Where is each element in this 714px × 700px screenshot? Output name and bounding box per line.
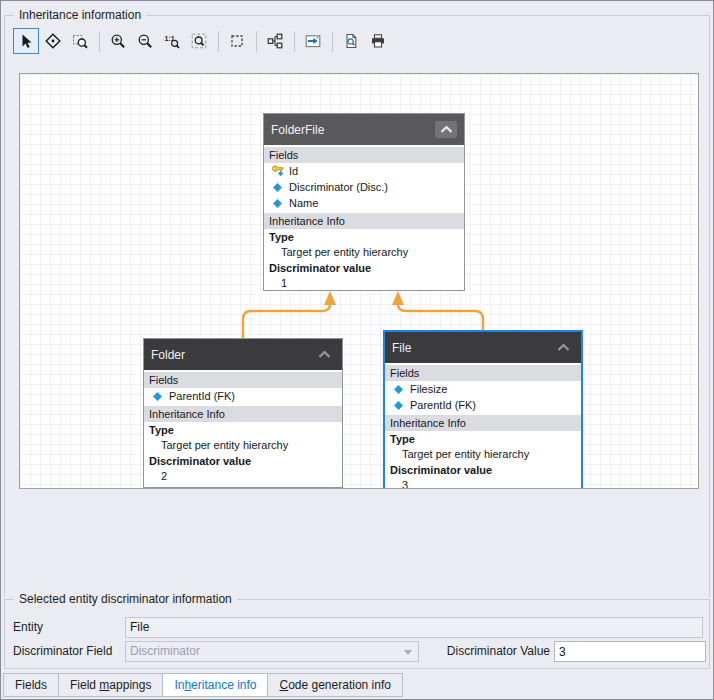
collapse-up-icon[interactable] bbox=[435, 121, 457, 138]
entity-body: Fields Id Discriminator (Disc.) bbox=[264, 145, 464, 291]
zoom-in-icon bbox=[110, 33, 126, 49]
tab-inheritance-info[interactable]: Inheritance info bbox=[162, 673, 268, 697]
type-label: Type bbox=[264, 229, 464, 245]
toolbar-separator bbox=[256, 31, 257, 52]
pan-tool-button[interactable] bbox=[40, 28, 66, 54]
discriminator-value: 2 bbox=[144, 469, 342, 484]
entity-title: FolderFile bbox=[271, 123, 324, 137]
fields-section-header: Fields bbox=[385, 365, 581, 381]
type-value: Target per entity hierarchy bbox=[264, 245, 464, 260]
field-diamond-icon bbox=[271, 183, 284, 192]
type-value: Target per entity hierarchy bbox=[144, 438, 342, 453]
export-image-icon bbox=[305, 33, 321, 49]
toolbar-separator bbox=[99, 31, 100, 52]
field-name: ParentId (FK) bbox=[410, 399, 476, 411]
discriminator-information-group: Selected entity discriminator informatio… bbox=[4, 599, 710, 669]
zoom-to-fit-icon bbox=[191, 33, 207, 49]
type-value: Target per entity hierarchy bbox=[385, 447, 581, 462]
field-name: Filesize bbox=[410, 383, 447, 395]
zoom-actual-size-icon: 1:1 bbox=[164, 33, 180, 49]
field-diamond-icon bbox=[151, 392, 164, 401]
pointer-tool-button[interactable] bbox=[13, 28, 39, 54]
entity-body: Fields ParentId (FK) Inheritance Info Ty… bbox=[144, 370, 342, 484]
page-bounds-icon bbox=[229, 33, 245, 49]
discriminator-value-input[interactable] bbox=[554, 641, 706, 662]
tab-fields[interactable]: Fields bbox=[3, 673, 59, 697]
field-row: Discriminator (Disc.) bbox=[264, 179, 464, 195]
inheritance-section-header: Inheritance Info bbox=[264, 213, 464, 229]
discriminator-row: Discriminator Field Discriminator Discri… bbox=[5, 641, 709, 662]
entity-label: Entity bbox=[13, 617, 43, 638]
field-row: ParentId (FK) bbox=[144, 388, 342, 404]
diagram-toolbar: 1:1 bbox=[13, 27, 392, 55]
field-name: Name bbox=[289, 197, 318, 209]
entity-folder-header: Folder bbox=[144, 339, 342, 370]
export-image-button[interactable] bbox=[300, 28, 326, 54]
zoom-actual-size-button[interactable]: 1:1 bbox=[159, 28, 185, 54]
discriminator-label: Discriminator value bbox=[385, 462, 581, 478]
entity-folder[interactable]: Folder Fields ParentId (FK) Inheritance … bbox=[143, 338, 343, 488]
entity-row: Entity File bbox=[5, 617, 709, 638]
field-diamond-icon bbox=[392, 385, 405, 394]
discriminator-label: Discriminator value bbox=[144, 453, 342, 469]
pan-icon bbox=[45, 33, 61, 49]
inheritance-information-group: Inheritance information 1:1 bbox=[4, 15, 710, 597]
entity-file-header: File bbox=[385, 332, 581, 363]
field-name: Discriminator (Disc.) bbox=[289, 181, 388, 193]
diagram-canvas[interactable]: FolderFile Fields Id Discriminat bbox=[19, 73, 699, 489]
entity-body: Fields Filesize ParentId (FK) Inheritanc… bbox=[385, 363, 581, 489]
page-bounds-button[interactable] bbox=[224, 28, 250, 54]
discriminator-field-combo[interactable]: Discriminator bbox=[125, 641, 419, 662]
field-diamond-icon bbox=[271, 199, 284, 208]
collapse-up-icon[interactable] bbox=[552, 339, 574, 356]
field-row: Id bbox=[264, 163, 464, 179]
group-title: Inheritance information bbox=[14, 8, 146, 22]
field-row: Name bbox=[264, 195, 464, 211]
fields-section-header: Fields bbox=[264, 147, 464, 163]
zoom-in-button[interactable] bbox=[105, 28, 131, 54]
auto-layout-icon bbox=[267, 33, 283, 49]
toolbar-separator bbox=[332, 31, 333, 52]
pointer-icon bbox=[18, 33, 34, 49]
primary-key-icon bbox=[271, 165, 284, 177]
tab-field-mappings[interactable]: Field mappings bbox=[58, 673, 163, 697]
entity-folderfile-header: FolderFile bbox=[264, 114, 464, 145]
collapse-up-icon[interactable] bbox=[313, 346, 335, 363]
inheritance-section-header: Inheritance Info bbox=[144, 406, 342, 422]
print-icon bbox=[370, 33, 386, 49]
inheritance-information-window: { "colors": { "selection_blue": "#1a86e8… bbox=[0, 0, 714, 700]
print-preview-icon bbox=[343, 33, 359, 49]
bottom-tab-strip: Fields Field mappings Inheritance info C… bbox=[3, 673, 403, 697]
type-label: Type bbox=[385, 431, 581, 447]
fields-section-header: Fields bbox=[144, 372, 342, 388]
discriminator-field-value: Discriminator bbox=[130, 644, 200, 658]
zoom-region-icon bbox=[72, 33, 88, 49]
discriminator-label: Discriminator value bbox=[264, 260, 464, 276]
inheritance-section-header: Inheritance Info bbox=[385, 415, 581, 431]
field-name: ParentId (FK) bbox=[169, 390, 235, 402]
entity-folderfile[interactable]: FolderFile Fields Id Discriminat bbox=[263, 113, 465, 291]
type-label: Type bbox=[144, 422, 342, 438]
entity-title: File bbox=[392, 341, 411, 355]
discriminator-value: 3 bbox=[385, 478, 581, 489]
entity-field: File bbox=[125, 617, 703, 638]
entity-file[interactable]: File Fields Filesize ParentId (F bbox=[383, 330, 583, 489]
toolbar-separator bbox=[294, 31, 295, 52]
zoom-region-button[interactable] bbox=[67, 28, 93, 54]
group-title: Selected entity discriminator informatio… bbox=[14, 592, 237, 606]
zoom-to-fit-button[interactable] bbox=[186, 28, 212, 54]
field-name: Id bbox=[289, 165, 298, 177]
entity-title: Folder bbox=[151, 348, 185, 362]
auto-layout-button[interactable] bbox=[262, 28, 288, 54]
print-preview-button[interactable] bbox=[338, 28, 364, 54]
field-row: Filesize bbox=[385, 381, 581, 397]
toolbar-separator bbox=[218, 31, 219, 52]
tab-code-generation-info[interactable]: Code generation info bbox=[267, 673, 402, 697]
field-diamond-icon bbox=[392, 401, 405, 410]
zoom-out-button[interactable] bbox=[132, 28, 158, 54]
discriminator-field-label: Discriminator Field bbox=[13, 641, 112, 662]
discriminator-value-label: Discriminator Value bbox=[435, 641, 550, 662]
print-button[interactable] bbox=[365, 28, 391, 54]
chevron-down-icon bbox=[404, 650, 412, 655]
discriminator-value: 1 bbox=[264, 276, 464, 291]
